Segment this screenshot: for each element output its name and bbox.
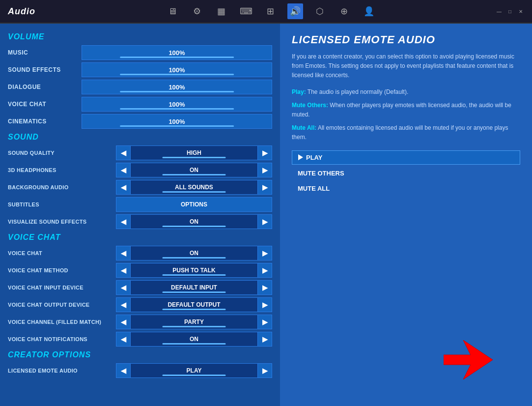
window-controls: — □ ✕ bbox=[496, 8, 524, 15]
voice-chat-left[interactable]: ◀ bbox=[116, 246, 131, 261]
voice-notifs-right[interactable]: ▶ bbox=[257, 332, 272, 347]
main-content: VOLUME MUSIC 100% SOUND EFFECTS 100% DIA… bbox=[0, 24, 532, 406]
licensed-emote-value: PLAY bbox=[131, 363, 257, 378]
gear-icon[interactable]: ⚙ bbox=[189, 3, 205, 19]
voice-notifs-value: ON bbox=[131, 332, 257, 347]
headphones-row: 3D HEADPHONES ◀ ON ▶ bbox=[8, 163, 272, 177]
voice-chat-value: ON bbox=[131, 246, 257, 261]
dialogue-row: DIALOGUE 100% bbox=[8, 80, 272, 94]
maximize-button[interactable]: □ bbox=[506, 8, 513, 15]
play-option-text: The audio is played normally (Default). bbox=[308, 88, 408, 95]
volume-section-header: VOLUME bbox=[8, 32, 272, 41]
controller-icon[interactable]: ⊞ bbox=[263, 3, 279, 19]
music-value[interactable]: 100% bbox=[82, 45, 272, 60]
licensed-emote-control: ◀ PLAY ▶ bbox=[116, 363, 272, 378]
keyboard-icon[interactable]: ⌨ bbox=[238, 3, 254, 19]
emote-option-list: PLAY MUTE OTHERS MUTE ALL bbox=[292, 150, 520, 195]
dialogue-value[interactable]: 100% bbox=[82, 80, 272, 94]
voice-chat-label: VOICE CHAT bbox=[8, 250, 116, 256]
bg-audio-left[interactable]: ◀ bbox=[116, 180, 131, 195]
voice-chat-method-left[interactable]: ◀ bbox=[116, 263, 131, 278]
headphones-left[interactable]: ◀ bbox=[116, 163, 131, 177]
licensed-emote-label: LICENSED EMOTE AUDIO bbox=[8, 368, 116, 374]
sound-quality-label: SOUND QUALITY bbox=[8, 150, 116, 156]
voice-chat-control: ◀ ON ▶ bbox=[116, 246, 272, 261]
visualize-value: ON bbox=[131, 214, 257, 229]
visualize-right[interactable]: ▶ bbox=[257, 214, 272, 229]
visualize-label: VISUALIZE SOUND EFFECTS bbox=[8, 219, 116, 225]
bg-audio-control: ◀ ALL SOUNDS ▶ bbox=[116, 180, 272, 195]
bg-audio-row: BACKGROUND AUDIO ◀ ALL SOUNDS ▶ bbox=[8, 180, 272, 195]
voice-channel-control: ◀ PARTY ▶ bbox=[116, 315, 272, 329]
app-title: Audio bbox=[8, 6, 35, 17]
bg-audio-right[interactable]: ▶ bbox=[257, 180, 272, 195]
display-icon[interactable]: ▦ bbox=[214, 3, 229, 19]
sound-effects-label: SOUND EFFECTS bbox=[8, 66, 82, 73]
user-icon[interactable]: 👤 bbox=[361, 3, 377, 19]
voice-output-row: VOICE CHAT OUTPUT DEVICE ◀ DEFAULT OUTPU… bbox=[8, 297, 272, 312]
sound-quality-left[interactable]: ◀ bbox=[116, 145, 131, 160]
mute-others-option-name: Mute Others: bbox=[292, 102, 328, 109]
network-icon[interactable]: ⬡ bbox=[312, 3, 328, 19]
sound-quality-control: ◀ HIGH ▶ bbox=[116, 145, 272, 160]
subtitles-control: OPTIONS bbox=[116, 197, 272, 212]
voice-chat-row: VOICE CHAT ◀ ON ▶ bbox=[8, 246, 272, 261]
subtitles-options-button[interactable]: OPTIONS bbox=[116, 197, 272, 212]
voice-chat-right[interactable]: ▶ bbox=[257, 246, 272, 261]
voice-input-left[interactable]: ◀ bbox=[116, 280, 131, 295]
cinematics-value[interactable]: 100% bbox=[82, 114, 272, 129]
emote-audio-title: LICENSED EMOTE AUDIO bbox=[292, 33, 520, 46]
voice-output-value: DEFAULT OUTPUT bbox=[131, 297, 257, 312]
voice-input-value: DEFAULT INPUT bbox=[131, 280, 257, 295]
mute-all-option-name: Mute All: bbox=[292, 124, 316, 131]
licensed-emote-left[interactable]: ◀ bbox=[116, 363, 131, 378]
sound-quality-value: HIGH bbox=[131, 145, 257, 160]
sound-quality-right[interactable]: ▶ bbox=[257, 145, 272, 160]
voice-chat-vol-value[interactable]: 100% bbox=[82, 97, 272, 112]
audio-icon[interactable]: 🔊 bbox=[287, 3, 303, 19]
voice-input-label: VOICE CHAT INPUT DEVICE bbox=[8, 285, 116, 290]
voice-input-control: ◀ DEFAULT INPUT ▶ bbox=[116, 280, 272, 295]
minimize-button[interactable]: — bbox=[496, 8, 503, 15]
voice-input-row: VOICE CHAT INPUT DEVICE ◀ DEFAULT INPUT … bbox=[8, 280, 272, 295]
voice-channel-right[interactable]: ▶ bbox=[257, 315, 272, 329]
play-triangle-icon bbox=[298, 154, 303, 160]
voice-notifs-row: VOICE CHAT NOTIFICATIONS ◀ ON ▶ bbox=[8, 332, 272, 347]
headphones-label: 3D HEADPHONES bbox=[8, 167, 116, 173]
licensed-emote-row: LICENSED EMOTE AUDIO ◀ PLAY ▶ bbox=[8, 363, 272, 378]
sound-effects-value[interactable]: 100% bbox=[82, 62, 272, 77]
cinematics-label: CINEMATICS bbox=[8, 118, 82, 125]
play-option-item[interactable]: PLAY bbox=[292, 150, 520, 165]
visualize-left[interactable]: ◀ bbox=[116, 214, 131, 229]
settings-panel: VOLUME MUSIC 100% SOUND EFFECTS 100% DIA… bbox=[0, 24, 280, 406]
close-button[interactable]: ✕ bbox=[517, 8, 524, 15]
topbar: Audio 🖥 ⚙ ▦ ⌨ ⊞ 🔊 ⬡ ⊕ 👤 — □ ✕ bbox=[0, 0, 532, 24]
voice-channel-left[interactable]: ◀ bbox=[116, 315, 131, 329]
licensed-emote-right[interactable]: ▶ bbox=[257, 363, 272, 378]
music-label: MUSIC bbox=[8, 49, 82, 56]
arrow-indicator bbox=[444, 340, 493, 381]
voice-chat-method-right[interactable]: ▶ bbox=[257, 263, 272, 278]
voice-channel-label: VOICE CHANNEL (FILLED MATCH) bbox=[8, 319, 116, 325]
subtitles-label: SUBTITLES bbox=[8, 202, 116, 207]
music-row: MUSIC 100% bbox=[8, 45, 272, 60]
info-panel: LICENSED EMOTE AUDIO If you are a conten… bbox=[280, 24, 532, 406]
play-option-name: Play: bbox=[292, 88, 306, 95]
voice-output-right[interactable]: ▶ bbox=[257, 297, 272, 312]
dialogue-label: DIALOGUE bbox=[8, 84, 82, 90]
voice-input-right[interactable]: ▶ bbox=[257, 280, 272, 295]
gamepad-icon[interactable]: ⊕ bbox=[336, 3, 352, 19]
headphones-value: ON bbox=[131, 163, 257, 177]
voice-chat-section-header: VOICE CHAT bbox=[8, 233, 272, 242]
monitor-icon[interactable]: 🖥 bbox=[165, 3, 180, 19]
mute-all-option-text: All emotes containing licensed audio wil… bbox=[292, 124, 508, 141]
mute-all-option-item[interactable]: MUTE ALL bbox=[292, 182, 520, 195]
sound-section-header: SOUND bbox=[8, 133, 272, 142]
voice-output-left[interactable]: ◀ bbox=[116, 297, 131, 312]
headphones-right[interactable]: ▶ bbox=[257, 163, 272, 177]
visualize-row: VISUALIZE SOUND EFFECTS ◀ ON ▶ bbox=[8, 214, 272, 229]
voice-notifs-left[interactable]: ◀ bbox=[116, 332, 131, 347]
mute-others-option-item[interactable]: MUTE OTHERS bbox=[292, 167, 520, 180]
mute-others-option-label: MUTE OTHERS bbox=[298, 170, 344, 177]
voice-chat-vol-label: VOICE CHAT bbox=[8, 101, 82, 108]
